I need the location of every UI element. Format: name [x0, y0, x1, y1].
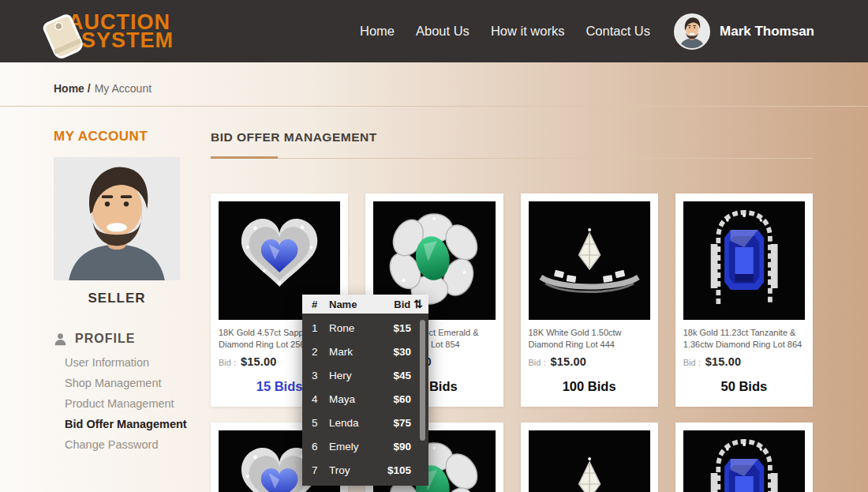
bid-row-number: 7 [312, 464, 329, 476]
user-photo-icon [675, 15, 709, 48]
bid-row: 1 Rone $15 [302, 316, 428, 340]
bid-row-number: 5 [312, 417, 329, 429]
seller-role-label: SELLER [54, 291, 180, 306]
bid-row-name: Mark [329, 346, 393, 358]
bid-row: 2 Mark $30 [302, 340, 428, 363]
bid-row-amount: $90 [393, 441, 411, 453]
product-card: 18k Gold 11.23ct Tanzanite & 1.36ctw Dia… [675, 193, 813, 407]
bid-row: 4 Maya $60 [302, 387, 428, 411]
profile-section-header: PROFILE [54, 332, 211, 346]
profile-label: PROFILE [75, 332, 135, 346]
bid-row-number: 2 [312, 346, 329, 358]
user-menu[interactable]: Mark Thomsan [674, 13, 814, 50]
bid-amount: $15.00 [551, 355, 587, 368]
bids-count-link[interactable]: 50 Bids [683, 379, 805, 394]
bid-price-line: Bid :$15.00 [529, 355, 650, 368]
bid-price-line: Bid :$15.00 [683, 355, 805, 368]
bid-row-amount: $45 [393, 370, 411, 381]
column-name: Name [329, 299, 394, 310]
bid-row: 7 Troy $105 [302, 458, 428, 482]
bid-row-number: 6 [312, 441, 329, 453]
product-card [675, 423, 813, 492]
bid-row-name: Troy [329, 464, 387, 476]
bid-row-amount: $75 [393, 417, 411, 429]
product-title[interactable]: 18k Gold 11.23ct Tanzanite & 1.36ctw Dia… [683, 327, 805, 351]
bid-row-amount: $30 [393, 346, 411, 358]
bid-row-number: 1 [312, 322, 329, 334]
product-image[interactable] [683, 201, 805, 320]
product-title[interactable]: 18K White Gold 1.50ctw Diamond Ring Lot … [529, 327, 650, 351]
bid-amount: $15.00 [241, 355, 277, 368]
bid-row-name: Emely [329, 441, 393, 453]
nav-link[interactable]: Home [360, 24, 395, 39]
product-image[interactable] [683, 430, 805, 492]
bid-row-number: 3 [312, 370, 329, 381]
main-panel: BID OFFER MANAGEMENT 18K Gold 4.57ct Sap… [211, 122, 813, 492]
bids-count-link[interactable]: 100 Bids [529, 379, 650, 394]
content-area: MY ACCOUNT SELLER PROFILE User Informati… [0, 107, 868, 492]
bid-row-amount: $60 [393, 393, 411, 405]
title-underline [211, 158, 813, 159]
column-bid: Bid [394, 299, 410, 310]
sidebar-title: MY ACCOUNT [54, 129, 211, 145]
page-title: BID OFFER MANAGEMENT [211, 130, 813, 145]
account-sidebar: MY ACCOUNT SELLER PROFILE User Informati… [54, 122, 211, 492]
person-icon [54, 332, 67, 346]
bid-amount: $15.00 [705, 355, 742, 368]
main-nav: Home About Us How it works Contact Us [360, 24, 650, 39]
sidebar-nav-link[interactable]: Product Management [65, 393, 211, 414]
sidebar-nav-link[interactable]: Change Password [65, 434, 211, 455]
nav-link[interactable]: How it works [491, 24, 565, 39]
seller-photo [54, 157, 180, 280]
user-avatar[interactable] [674, 13, 710, 50]
price-tag-icon [43, 13, 84, 59]
sidebar-nav: User Information Shop Management Product… [54, 352, 211, 455]
breadcrumb-current: My Account [95, 82, 152, 95]
bid-popup-body: 1 Rone $15 2 Mark $30 3 Hery $45 4 Maya … [302, 314, 428, 486]
bid-row: 5 Lenda $75 [302, 411, 428, 434]
bid-list-popup: # Name Bid ⇅ 1 Rone $15 2 Mark $30 3 Her… [302, 295, 428, 486]
bid-row-name: Maya [329, 393, 393, 405]
bid-label: Bid : [219, 358, 236, 367]
site-header: AUCTION SYSTEM Home About Us How it work… [0, 0, 868, 62]
app-logo[interactable]: AUCTION SYSTEM [54, 13, 174, 50]
breadcrumb: Home /My Account [0, 62, 868, 107]
user-name: Mark Thomsan [720, 24, 814, 39]
bid-row-number: 4 [312, 393, 329, 405]
product-image[interactable] [529, 430, 650, 492]
popup-scrollbar-thumb[interactable] [420, 320, 425, 441]
product-image[interactable] [529, 201, 650, 320]
bid-row: 6 Emely $90 [302, 434, 428, 458]
bid-row-name: Rone [329, 322, 393, 334]
bid-row-amount: $15 [393, 322, 411, 334]
bid-row: 3 Hery $45 [302, 363, 428, 387]
breadcrumb-home-link[interactable]: Home / [54, 82, 91, 95]
product-grid-row1: 18K Gold 4.57ct Sapphire & Diamond Ring … [211, 193, 813, 407]
bid-popup-header: # Name Bid ⇅ [302, 295, 428, 314]
bid-row-name: Hery [329, 370, 393, 381]
product-card: 18K White Gold 1.50ctw Diamond Ring Lot … [521, 193, 658, 407]
sidebar-nav-link[interactable]: Shop Management [65, 373, 211, 393]
sort-icon[interactable]: ⇅ [413, 299, 423, 310]
seller-photo-image [54, 157, 180, 280]
bid-label: Bid : [529, 358, 546, 367]
logo-text-line2: SYSTEM [81, 32, 174, 50]
bid-label: Bid : [683, 358, 701, 367]
bid-row-amount: $105 [387, 464, 411, 476]
product-card [521, 423, 658, 492]
nav-link[interactable]: About Us [416, 24, 470, 39]
product-grid-row2 [211, 423, 813, 492]
column-number: # [312, 299, 329, 310]
bid-row-name: Lenda [329, 417, 393, 429]
sidebar-nav-link[interactable]: User Information [65, 352, 211, 373]
sidebar-nav-link[interactable]: Bid Offer Management [65, 414, 211, 434]
nav-link[interactable]: Contact Us [586, 24, 650, 39]
